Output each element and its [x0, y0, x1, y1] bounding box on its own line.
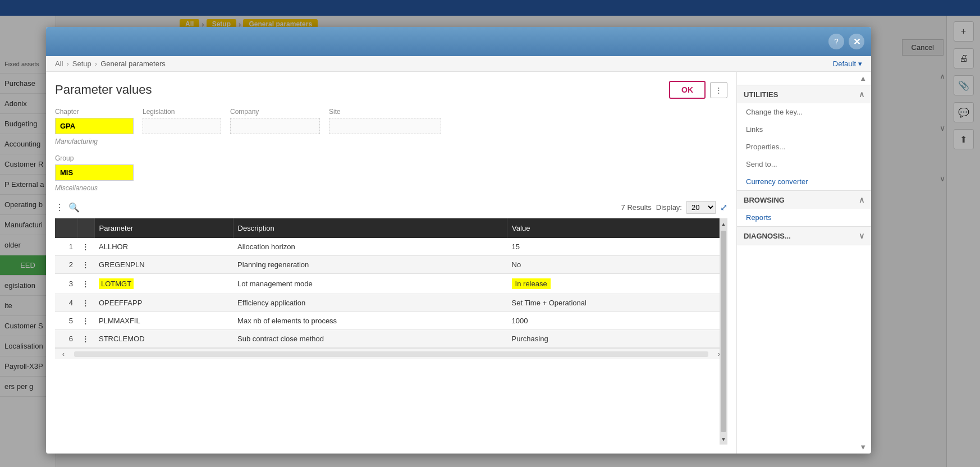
cell-dots[interactable]: ⋮ [77, 312, 94, 330]
modal: ? ✕ All › Setup › General parameters Def… [46, 27, 871, 454]
table-row[interactable]: 1⋮ALLHORAllocation horizon15 [55, 238, 720, 256]
panel-down-arrow[interactable]: ▼ [859, 443, 867, 451]
default-dropdown[interactable]: Default ▾ [833, 59, 862, 68]
breadcrumb-all[interactable]: All [55, 59, 63, 68]
utilities-label: UTILITIES [744, 90, 778, 99]
chapter-input[interactable] [55, 118, 134, 134]
scroll-thumb[interactable] [721, 231, 726, 432]
data-table: Parameter Description Value 1⋮ALLHORAllo… [55, 218, 720, 348]
cell-param: OPEEFFAPP [94, 294, 233, 312]
properties-item[interactable]: Properties... [737, 138, 871, 155]
browsing-header[interactable]: BROWSING ∧ [737, 191, 871, 209]
links-item[interactable]: Links [737, 121, 871, 138]
table-hscroll: ‹ › [55, 348, 727, 359]
cell-num: 3 [55, 274, 77, 294]
breadcrumb-setup[interactable]: Setup [72, 59, 91, 68]
browsing-section: BROWSING ∧ Reports [737, 191, 871, 227]
table-row[interactable]: 4⋮OPEEFFAPPEfficiency applicationSet Tim… [55, 294, 720, 312]
top-bar [0, 0, 980, 16]
site-field: Site [329, 108, 441, 145]
diagnosis-chevron: ∨ [859, 231, 864, 240]
company-input[interactable] [230, 118, 320, 134]
company-field: Company [230, 108, 320, 145]
cell-description: Planning regeneration [233, 256, 507, 274]
cell-description: Max nb of elements to process [233, 312, 507, 330]
cell-value: In release [507, 274, 720, 294]
group-input[interactable] [55, 164, 134, 181]
help-button[interactable]: ? [828, 34, 844, 49]
table-row[interactable]: 6⋮STRCLEMODSub contract close methodPurc… [55, 330, 720, 348]
diagnosis-section: DIAGNOSIS... ∨ [737, 227, 871, 245]
chapter-field: Chapter Manufacturing [55, 108, 134, 145]
table-vscroll: ▲ ▼ [720, 218, 727, 445]
browsing-chevron: ∧ [859, 195, 864, 204]
form-group-row: Group Miscellaneous [55, 154, 727, 192]
modal-body: Parameter values OK ⋮ Chapter Manufactur… [46, 72, 871, 454]
table-menu-icon[interactable]: ⋮ [55, 202, 64, 213]
scroll-up-arrow[interactable]: ▲ [720, 218, 727, 230]
cell-num: 6 [55, 330, 77, 348]
cell-dots[interactable]: ⋮ [77, 294, 94, 312]
breadcrumb-general-params: General parameters [100, 59, 166, 68]
cell-num: 1 [55, 238, 77, 256]
cell-dots[interactable]: ⋮ [77, 256, 94, 274]
modal-header: ? ✕ [46, 27, 871, 56]
expand-table-icon[interactable]: ⤢ [720, 202, 727, 213]
close-button[interactable]: ✕ [849, 34, 864, 49]
cell-param: GREGENPLN [94, 256, 233, 274]
utilities-section: UTILITIES ∧ Change the key... Links Prop… [737, 85, 871, 191]
cell-num: 4 [55, 294, 77, 312]
group-field: Group Miscellaneous [55, 154, 134, 192]
cell-param: ALLHOR [94, 238, 233, 256]
display-select[interactable]: 20 50 100 [686, 201, 716, 214]
utilities-header[interactable]: UTILITIES ∧ [737, 85, 871, 103]
table-row[interactable]: 5⋮PLMMAXFILMax nb of elements to process… [55, 312, 720, 330]
browsing-label: BROWSING [744, 196, 785, 204]
panel-up-arrow[interactable]: ▲ [859, 74, 867, 83]
scroll-down-arrow[interactable]: ▼ [720, 433, 727, 445]
panel-scroll-down: ▼ [737, 441, 871, 454]
change-key-item[interactable]: Change the key... [737, 103, 871, 121]
chapter-sub: Manufacturing [55, 138, 134, 145]
cell-value: 1000 [507, 312, 720, 330]
hscroll-track[interactable] [74, 351, 708, 357]
cell-dots[interactable]: ⋮ [77, 238, 94, 256]
reports-item[interactable]: Reports [737, 209, 871, 226]
cell-param: PLMMAXFIL [94, 312, 233, 330]
col-description: Description [233, 218, 507, 238]
ok-button[interactable]: OK [669, 81, 706, 99]
page-title: Parameter values [55, 83, 152, 97]
right-panel: ▲ UTILITIES ∧ Change the key... Links Pr… [736, 72, 871, 454]
send-to-item[interactable]: Send to... [737, 155, 871, 173]
cell-dots[interactable]: ⋮ [77, 330, 94, 348]
chapter-label: Chapter [55, 108, 134, 116]
site-input[interactable] [329, 118, 441, 134]
table-wrapper: Parameter Description Value 1⋮ALLHORAllo… [55, 218, 727, 445]
table-row[interactable]: 3⋮LOTMGTLot management modeIn release [55, 274, 720, 294]
cell-description: Lot management mode [233, 274, 507, 294]
legislation-label: Legislation [143, 108, 221, 116]
panel-scroll-up: ▲ [737, 72, 871, 85]
utilities-chevron: ∧ [859, 90, 864, 99]
display-label: Display: [656, 203, 682, 212]
col-num [55, 218, 77, 238]
table-row[interactable]: 2⋮GREGENPLNPlanning regenerationNo [55, 256, 720, 274]
cell-value: No [507, 256, 720, 274]
diagnosis-header[interactable]: DIAGNOSIS... ∨ [737, 227, 871, 245]
cell-dots[interactable]: ⋮ [77, 274, 94, 294]
hscroll-left-arrow[interactable]: ‹ [55, 349, 72, 360]
cell-param: LOTMGT [94, 274, 233, 294]
cell-description: Allocation horizon [233, 238, 507, 256]
cell-value: Set Time + Operational [507, 294, 720, 312]
currency-converter-item[interactable]: Currency converter [737, 173, 871, 190]
diagnosis-label: DIAGNOSIS... [744, 232, 791, 240]
page-title-bar: Parameter values OK ⋮ [55, 81, 727, 99]
col-parameter: Parameter [94, 218, 233, 238]
table-search-icon[interactable]: 🔍 [68, 202, 80, 213]
results-count: 7 Results [621, 203, 652, 212]
more-button[interactable]: ⋮ [710, 82, 727, 98]
site-label: Site [329, 108, 441, 116]
legislation-input[interactable] [143, 118, 221, 134]
table-header-row: Parameter Description Value [55, 218, 720, 238]
col-dots [77, 218, 94, 238]
